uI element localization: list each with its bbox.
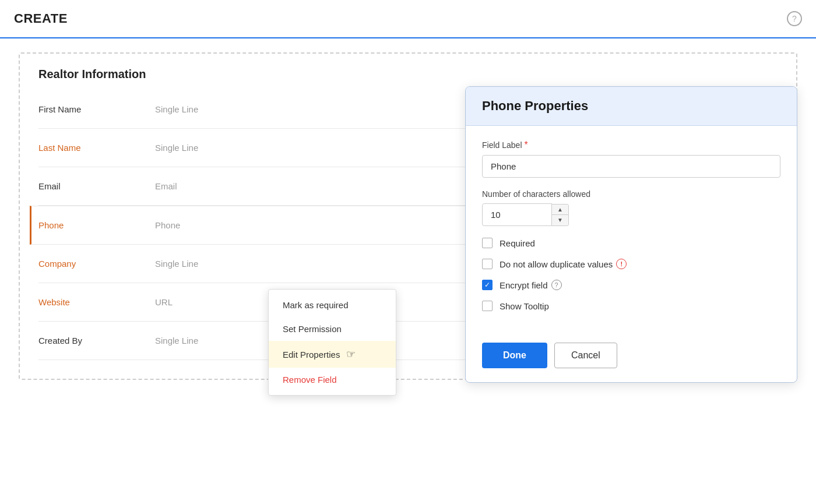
context-menu: Mark as required Set Permission Edit Pro… — [268, 289, 396, 396]
context-menu-set-permission[interactable]: Set Permission — [269, 317, 396, 341]
num-chars-row: ▲ ▼ — [482, 203, 780, 226]
num-chars-label: Number of characters allowed — [482, 189, 780, 199]
field-label-section: Field Label * — [482, 140, 780, 150]
properties-panel-title: Phone Properties — [466, 87, 797, 126]
field-label-company: Company — [38, 259, 155, 269]
num-chars-stepper: ▲ ▼ — [552, 204, 569, 226]
field-label-first-name: First Name — [38, 104, 155, 114]
field-label-last-name: Last Name — [38, 143, 155, 153]
required-star: * — [525, 140, 528, 150]
field-label-input[interactable] — [482, 155, 780, 178]
checkbox-required-row[interactable]: Required — [482, 238, 780, 248]
stepper-up-btn[interactable]: ▲ — [552, 205, 568, 215]
stepper-down-btn[interactable]: ▼ — [552, 215, 568, 225]
checkbox-required[interactable] — [482, 238, 493, 248]
checkbox-encrypt[interactable] — [482, 280, 493, 290]
context-menu-remove-field[interactable]: Remove Field — [269, 368, 396, 392]
checkbox-tooltip-label: Show Tooltip — [500, 301, 549, 311]
section-title: Realtor Information — [38, 68, 778, 81]
properties-panel: Phone Properties Field Label * Number of… — [465, 86, 797, 383]
done-button[interactable]: Done — [482, 343, 547, 368]
checkbox-tooltip-row[interactable]: Show Tooltip — [482, 301, 780, 311]
checkbox-encrypt-label: Encrypt field ? — [500, 280, 562, 290]
field-label-created-by: Created By — [38, 336, 155, 346]
num-chars-input[interactable] — [482, 203, 552, 226]
field-label-website: Website — [38, 297, 155, 307]
checkbox-no-duplicate[interactable] — [482, 259, 493, 269]
cursor-hand-icon: ☞ — [346, 348, 356, 361]
duplicate-info-icon: ! — [616, 259, 627, 269]
checkbox-no-duplicate-row[interactable]: Do not allow duplicate values ! — [482, 259, 780, 269]
help-icon[interactable]: ? — [787, 11, 802, 26]
properties-footer: Done Cancel — [466, 333, 797, 382]
app-header: CREATE ? — [0, 0, 816, 38]
main-content: Realtor Information First Name Single Li… — [0, 38, 816, 394]
checkbox-encrypt-row[interactable]: Encrypt field ? — [482, 280, 780, 290]
cancel-button[interactable]: Cancel — [554, 343, 617, 368]
checkbox-required-label: Required — [500, 238, 535, 248]
checkbox-no-duplicate-label: Do not allow duplicate values ! — [500, 259, 627, 269]
page-title: CREATE — [14, 11, 68, 26]
context-menu-mark-required[interactable]: Mark as required — [269, 293, 396, 317]
field-label-email: Email — [38, 181, 155, 191]
checkbox-tooltip[interactable] — [482, 301, 493, 311]
field-label-phone: Phone — [38, 220, 155, 230]
context-menu-edit-properties[interactable]: Edit Properties ☞ — [269, 341, 396, 368]
properties-panel-body: Field Label * Number of characters allow… — [466, 126, 797, 333]
encrypt-question-icon: ? — [551, 280, 562, 290]
